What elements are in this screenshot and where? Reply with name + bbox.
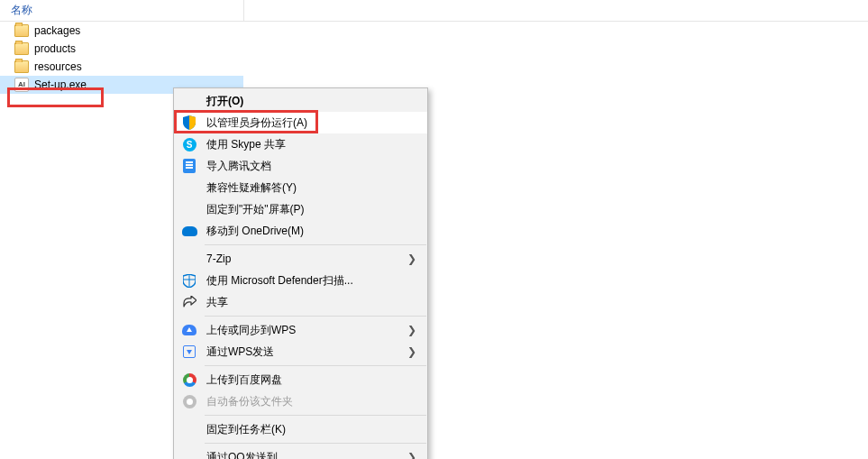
menu-7zip[interactable]: 7-Zip ❯	[174, 248, 427, 270]
menu-share[interactable]: 共享	[174, 291, 427, 313]
folder-icon	[14, 24, 29, 37]
folder-icon	[14, 60, 29, 73]
baidu-icon-grey	[181, 393, 197, 409]
folder-icon	[14, 42, 29, 55]
menu-separator	[205, 244, 426, 245]
file-list: packages products resources AI Set-up.ex…	[0, 22, 243, 94]
menu-open[interactable]: 打开(O)	[174, 90, 427, 112]
menu-wps-send[interactable]: 通过WPS发送 ❯	[174, 341, 427, 363]
context-menu: 打开(O) 以管理员身份运行(A) S 使用 Skype 共享 导入腾讯文档 兼…	[173, 87, 428, 459]
submenu-arrow-icon: ❯	[407, 345, 416, 358]
menu-pin-start[interactable]: 固定到"开始"屏幕(P)	[174, 198, 427, 220]
skype-icon: S	[181, 136, 197, 152]
menu-separator	[205, 365, 426, 366]
blank-icon	[181, 201, 197, 217]
menu-baidu-upload[interactable]: 上传到百度网盘	[174, 369, 427, 390]
file-row-folder[interactable]: packages	[0, 22, 243, 40]
shield-icon	[181, 115, 197, 131]
column-divider	[243, 0, 244, 21]
file-row-folder[interactable]: resources	[0, 58, 243, 76]
baidu-icon	[181, 372, 197, 388]
file-name: products	[34, 42, 76, 55]
menu-run-as-admin[interactable]: 以管理员身份运行(A)	[174, 112, 427, 133]
column-name-label: 名称	[11, 3, 32, 18]
blank-icon	[181, 251, 197, 267]
blank-icon	[181, 449, 197, 459]
menu-separator	[205, 415, 426, 416]
share-icon	[181, 294, 197, 310]
menu-tencent-docs[interactable]: 导入腾讯文档	[174, 155, 427, 177]
onedrive-icon	[181, 223, 197, 239]
file-name: Set-up.exe	[34, 78, 87, 91]
menu-wps-upload[interactable]: 上传或同步到WPS ❯	[174, 319, 427, 341]
wps-send-icon	[181, 344, 197, 360]
menu-onedrive[interactable]: 移动到 OneDrive(M)	[174, 220, 427, 242]
exe-icon: AI	[14, 78, 29, 92]
tencent-doc-icon	[181, 158, 197, 174]
submenu-arrow-icon: ❯	[407, 451, 416, 459]
menu-separator	[205, 316, 426, 317]
file-row-folder[interactable]: products	[0, 40, 243, 58]
file-name: packages	[34, 24, 80, 37]
defender-icon	[181, 272, 197, 289]
submenu-arrow-icon: ❯	[407, 324, 416, 336]
menu-qq-send[interactable]: 通过QQ发送到 ❯	[174, 446, 427, 459]
menu-defender[interactable]: 使用 Microsoft Defender扫描...	[174, 270, 427, 291]
column-header[interactable]: 名称	[0, 0, 868, 22]
menu-skype-share[interactable]: S 使用 Skype 共享	[174, 133, 427, 155]
submenu-arrow-icon: ❯	[407, 252, 416, 265]
blank-icon	[181, 179, 197, 196]
blank-icon	[181, 421, 197, 437]
blank-icon	[181, 93, 197, 109]
file-name: resources	[34, 60, 82, 73]
wps-cloud-icon	[181, 322, 197, 338]
menu-baidu-auto: 自动备份该文件夹	[174, 390, 427, 412]
menu-compat[interactable]: 兼容性疑难解答(Y)	[174, 177, 427, 198]
menu-pin-taskbar[interactable]: 固定到任务栏(K)	[174, 418, 427, 440]
menu-separator	[205, 443, 426, 444]
